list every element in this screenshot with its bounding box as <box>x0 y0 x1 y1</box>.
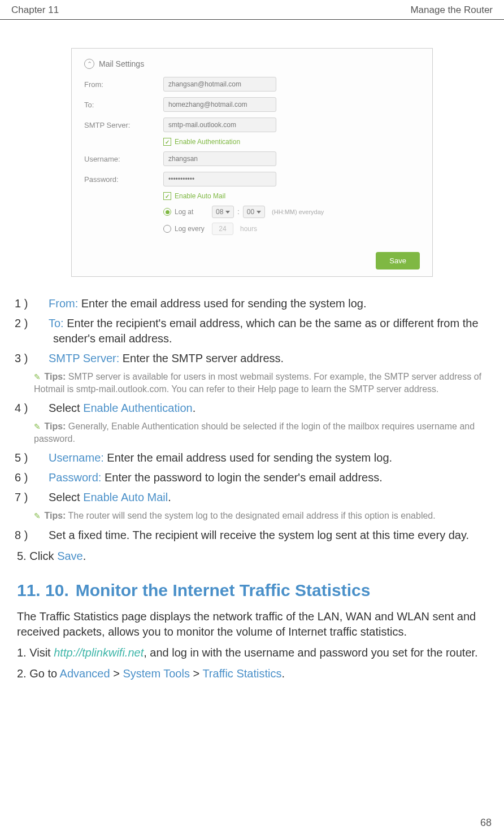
step-6: 6 )Password: Enter the password to login… <box>34 470 487 485</box>
step-7-pre: Select <box>49 491 83 503</box>
step-3-label: SMTP Server: <box>49 352 119 364</box>
outer5-pre: 5. Click <box>17 550 57 562</box>
step-2-num: 2 ) <box>34 316 49 331</box>
tip-1-label: Tips: <box>44 372 66 381</box>
smtp-input[interactable] <box>163 118 276 132</box>
ostep2-sep2: > <box>190 667 202 680</box>
step-5-text: Enter the email address used for sending… <box>104 451 392 464</box>
outer-step-5: 5. Click Save. <box>17 549 487 564</box>
chapter-label: Chapter 11 <box>11 5 59 16</box>
step-4-post: . <box>193 402 196 414</box>
step-7-label: Enable Auto Mail <box>83 491 168 503</box>
tip-icon: ✎ <box>34 422 41 431</box>
ostep1-link[interactable]: http://tplinkwifi.net <box>54 646 144 659</box>
minute-dropdown[interactable]: 00 <box>243 206 265 218</box>
outer5-label: Save <box>57 550 83 562</box>
radio-selected-icon[interactable] <box>163 208 171 216</box>
tip-2: ✎ Tips: Generally, Enable Authentication… <box>34 420 487 445</box>
ostep2-post: . <box>281 667 285 680</box>
from-input[interactable] <box>163 77 276 92</box>
step-4-pre: Select <box>49 402 83 414</box>
log-at-label: Log at <box>175 208 208 216</box>
from-label: From: <box>84 80 163 89</box>
step-4-num: 4 ) <box>34 401 49 416</box>
step-3-num: 3 ) <box>34 351 49 366</box>
step-7-num: 7 ) <box>34 490 49 505</box>
save-button[interactable]: Save <box>376 252 420 269</box>
page-content: ⌃ Mail Settings From: To: SMTP Server: ✓… <box>0 20 504 681</box>
chapter-title: Manage the Router <box>410 5 493 16</box>
tip-2-text: Generally, Enable Authentication should … <box>34 421 475 444</box>
step-1-num: 1 ) <box>34 296 49 311</box>
step-6-label: Password: <box>49 471 101 484</box>
step-2-label: To: <box>49 317 64 329</box>
step-8: 8 )Set a fixed time. The recipient will … <box>34 528 487 543</box>
collapse-icon: ⌃ <box>84 59 94 69</box>
page-header: Chapter 11 Manage the Router <box>0 0 504 20</box>
checkbox-icon: ✓ <box>163 138 171 146</box>
step-5: 5 )Username: Enter the email address use… <box>34 450 487 466</box>
mail-settings-heading: ⌃ Mail Settings <box>84 59 420 69</box>
step-2: 2 )To: Enter the recipient's email addre… <box>34 316 487 346</box>
password-row: Password: <box>84 172 420 186</box>
ostep2-pre: 2. Go to <box>17 667 60 680</box>
hour-dropdown[interactable]: 08 <box>212 206 234 218</box>
password-label: Password: <box>84 175 163 184</box>
log-every-label: Log every <box>175 225 208 233</box>
username-label: Username: <box>84 155 163 163</box>
to-input[interactable] <box>163 97 276 112</box>
step-4: 4 )Select Enable Authentication. <box>34 401 487 416</box>
tip-3-label: Tips: <box>44 511 66 520</box>
step-1: 1 )From: Enter the email address used fo… <box>34 296 487 311</box>
smtp-label: SMTP Server: <box>84 121 163 129</box>
tip-icon: ✎ <box>34 372 41 381</box>
from-row: From: <box>84 77 420 92</box>
radio-unselected-icon[interactable] <box>163 225 171 233</box>
step-5-num: 5 ) <box>34 450 49 466</box>
tip-1-text: SMTP server is available for users in mo… <box>34 372 481 394</box>
section-number: 11. 10. <box>17 581 69 599</box>
enable-auth-label: Enable Authentication <box>175 138 240 146</box>
password-input[interactable] <box>163 172 276 186</box>
log-every-row: Log every 24 hours <box>163 223 420 235</box>
username-input[interactable] <box>163 151 276 166</box>
enable-automail-row[interactable]: ✓ Enable Auto Mail <box>163 192 420 200</box>
step-8-text: Set a fixed time. The recipient will rec… <box>49 529 469 541</box>
tip-1: ✎ Tips: SMTP server is available for use… <box>34 371 487 395</box>
tip-3-text: The router will send the system log to t… <box>66 511 435 520</box>
minute-value: 00 <box>247 208 254 216</box>
page-number: 68 <box>480 817 492 829</box>
step-6-text: Enter the password to login the sender's… <box>101 471 382 484</box>
mail-settings-screenshot: ⌃ Mail Settings From: To: SMTP Server: ✓… <box>71 48 433 277</box>
time-suffix: (HH:MM) everyday <box>272 208 324 215</box>
ostep2-a: Advanced <box>60 667 110 680</box>
tip-2-label: Tips: <box>44 421 66 431</box>
enable-auth-row[interactable]: ✓ Enable Authentication <box>163 138 420 146</box>
section-title: Monitor the Internet Traffic Statistics <box>76 581 371 599</box>
numbered-steps: 1 )From: Enter the email address used fo… <box>17 286 487 543</box>
traffic-step-2: 2. Go to Advanced > System Tools > Traff… <box>17 666 487 681</box>
save-row: Save <box>84 252 420 269</box>
enable-automail-label: Enable Auto Mail <box>175 192 225 200</box>
ostep1-post: , and log in with the username and passw… <box>144 646 477 659</box>
outer5-post: . <box>83 550 86 562</box>
traffic-step-1: 1. Visit http://tplinkwifi.net, and log … <box>17 645 487 660</box>
step-7: 7 )Select Enable Auto Mail. <box>34 490 487 505</box>
step-1-text: Enter the email address used for sending… <box>78 297 366 310</box>
log-every-input[interactable]: 24 <box>212 223 233 235</box>
time-colon: : <box>237 208 239 216</box>
tip-icon: ✎ <box>34 511 41 520</box>
log-at-row: Log at 08 : 00 (HH:MM) everyday <box>163 206 420 218</box>
step-5-label: Username: <box>49 451 104 464</box>
step-6-num: 6 ) <box>34 470 49 485</box>
section-intro: The Traffic Statistics page displays the… <box>17 609 487 640</box>
smtp-row: SMTP Server: <box>84 118 420 132</box>
step-7-post: . <box>168 491 171 503</box>
ostep2-b: System Tools <box>123 667 190 680</box>
tip-3: ✎ Tips: The router will send the system … <box>34 510 487 522</box>
step-3-text: Enter the SMTP server address. <box>119 352 284 364</box>
step-8-num: 8 ) <box>34 528 49 543</box>
step-4-label: Enable Authentication <box>83 402 193 414</box>
to-label: To: <box>84 101 163 109</box>
chevron-down-icon <box>225 211 230 214</box>
